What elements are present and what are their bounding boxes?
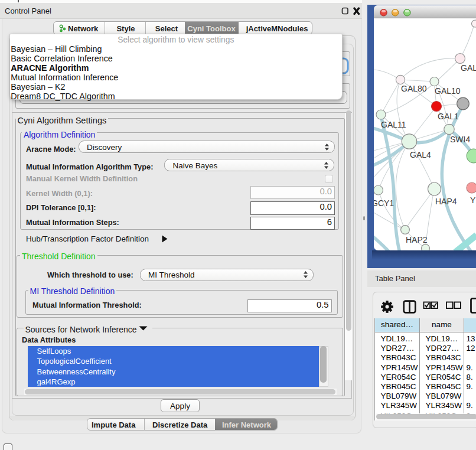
svg-text:GAL1: GAL1	[438, 112, 459, 121]
svg-text:HAP4: HAP4	[435, 197, 457, 206]
svg-text:GAL10: GAL10	[435, 86, 461, 96]
svg-text:GAL4: GAL4	[410, 150, 431, 159]
svg-text:GAL80: GAL80	[401, 84, 427, 93]
svg-text:HAP2: HAP2	[406, 235, 428, 244]
svg-text:GAL11: GAL11	[381, 120, 406, 129]
svg-text:GCY1: GCY1	[374, 198, 394, 208]
svg-text:Y: Y	[470, 195, 476, 205]
svg-text:SWI4: SWI4	[450, 135, 470, 144]
svg-text:GAL: GAL	[461, 63, 476, 73]
